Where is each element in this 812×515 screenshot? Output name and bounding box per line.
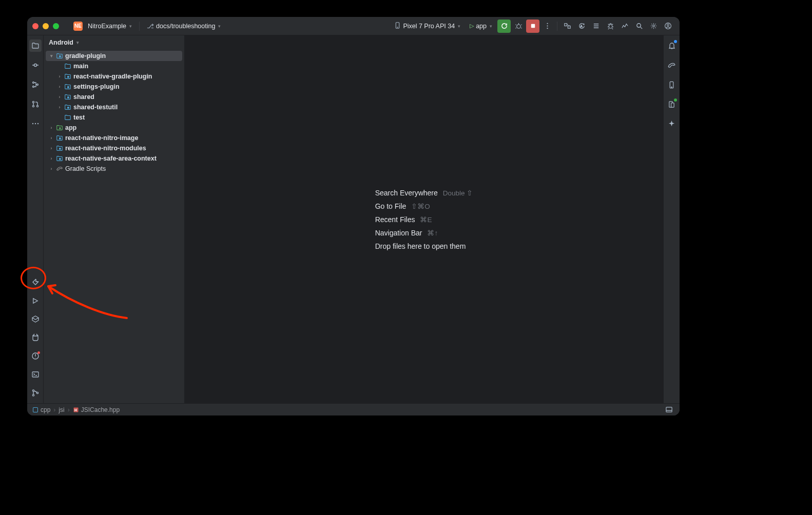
status-widgets-button[interactable] (663, 405, 674, 415)
welcome-panel: Search Everywhere Double ⇧ Go to File ⇧⌘… (375, 189, 473, 250)
run-config-selector[interactable]: ▷ app ▾ (466, 21, 496, 31)
more-actions-button[interactable] (540, 19, 554, 33)
welcome-drop-label: Drop files here to open them (375, 242, 466, 250)
module-folder-icon (64, 83, 71, 90)
tree-row[interactable]: › react-native-nitro-image (46, 133, 182, 143)
notifications-button[interactable] (666, 39, 678, 52)
chevron-right-icon: › (57, 94, 62, 100)
right-tool-rail (663, 35, 680, 403)
app-quality-tool-button[interactable] (29, 313, 42, 325)
gradle-tool-button[interactable] (666, 59, 678, 71)
tree-row[interactable]: › app (46, 123, 182, 133)
titlebar-right: A (560, 19, 674, 33)
svg-point-5 (547, 25, 548, 26)
svg-rect-30 (59, 55, 61, 57)
breadcrumb-label: jsi (59, 406, 64, 413)
breadcrumb-item[interactable]: cpp (32, 406, 50, 413)
svg-point-22 (32, 123, 33, 124)
stop-button[interactable] (526, 19, 539, 33)
ai-assistant-button[interactable] (666, 117, 678, 130)
tree-row-root[interactable]: ▾ gradle-plugin (46, 51, 182, 61)
welcome-shortcut-label: ⌘↑ (427, 229, 438, 237)
tree-row-gradle-scripts[interactable]: › Gradle Scripts (46, 164, 182, 174)
welcome-shortcut-label: ⇧⌘O (411, 202, 430, 210)
svg-point-23 (34, 123, 35, 124)
svg-rect-46 (666, 407, 671, 412)
tree-row[interactable]: › settings-plugin (46, 82, 182, 92)
tree-row[interactable]: › shared-testutil (46, 102, 182, 112)
updates-icon[interactable]: A (575, 19, 588, 33)
tree-label: settings-plugin (73, 83, 120, 90)
module-folder-icon (64, 73, 71, 80)
window-controls (32, 23, 59, 29)
terminal-tool-button[interactable] (29, 368, 42, 381)
tree-row[interactable]: › react-native-nitro-modules (46, 143, 182, 153)
breadcrumb-item[interactable]: jsi (59, 406, 64, 413)
chevron-down-icon: ▾ (218, 24, 221, 29)
chevron-right-icon: › (57, 84, 62, 89)
list-icon[interactable] (589, 19, 603, 33)
module-folder-icon (56, 134, 63, 142)
breadcrumb-item[interactable]: H JSICache.hpp (73, 406, 120, 413)
chevron-right-icon: › (57, 105, 62, 110)
search-icon[interactable] (632, 19, 646, 33)
tree-row[interactable]: › shared (46, 92, 182, 102)
editor-area[interactable]: Search Everywhere Double ⇧ Go to File ⇧⌘… (185, 35, 663, 403)
welcome-row-gotofile: Go to File ⇧⌘O (375, 202, 473, 210)
device-selector[interactable]: Pixel 7 Pro API 34 ▾ (390, 21, 465, 32)
running-devices-button[interactable] (666, 98, 678, 110)
bug-icon[interactable] (604, 19, 617, 33)
problems-tool-button[interactable] (29, 350, 42, 362)
svg-point-35 (59, 127, 61, 129)
git-branch-selector[interactable]: ⎇ docs/troubleshooting ▾ (143, 21, 225, 31)
settings-icon[interactable] (647, 19, 660, 33)
tree-label: gradle-plugin (65, 52, 106, 60)
pull-requests-tool-button[interactable] (29, 98, 42, 110)
module-folder-icon (64, 104, 71, 111)
structure-tool-button[interactable] (29, 78, 42, 91)
run-tool-button[interactable] (29, 294, 42, 307)
welcome-action-label: Recent Files (375, 215, 415, 224)
tree-row[interactable]: test (46, 112, 182, 123)
project-selector[interactable]: NE NitroExample ▾ (69, 20, 136, 32)
ide-window: NE NitroExample ▾ ⎇ docs/troubleshooting… (27, 17, 680, 415)
welcome-row-navbar: Navigation Bar ⌘↑ (375, 229, 473, 237)
tree-row[interactable]: › react-native-gradle-plugin (46, 71, 182, 82)
chevron-right-icon: › (57, 74, 62, 79)
maximize-window-button[interactable] (53, 23, 59, 29)
tree-label: react-native-safe-area-context (65, 155, 157, 162)
more-tools-button[interactable] (29, 117, 42, 130)
svg-rect-38 (59, 158, 61, 160)
device-manager-button[interactable] (666, 78, 678, 91)
minimize-window-button[interactable] (43, 23, 49, 29)
commit-tool-button[interactable] (29, 59, 42, 71)
account-icon[interactable] (661, 19, 674, 33)
version-control-tool-button[interactable] (29, 387, 42, 399)
chevron-right-icon: › (49, 166, 54, 171)
svg-point-17 (32, 86, 34, 88)
close-window-button[interactable] (32, 23, 38, 29)
notification-indicator-dot (674, 40, 677, 43)
chevron-down-icon: ▾ (490, 24, 492, 29)
chevron-right-icon: › (49, 146, 54, 151)
module-folder-icon (64, 93, 71, 101)
logcat-tool-button[interactable] (29, 331, 42, 344)
project-tree[interactable]: ▾ gradle-plugin main › react-native-grad… (44, 50, 184, 403)
tree-row[interactable]: main (46, 61, 182, 71)
code-with-me-icon[interactable] (560, 19, 574, 33)
debug-button[interactable] (512, 19, 525, 33)
chevron-right-icon: › (49, 125, 54, 130)
welcome-action-label: Go to File (375, 202, 407, 210)
svg-rect-3 (531, 24, 535, 28)
project-tool-button[interactable] (29, 39, 42, 52)
refresh-button[interactable] (497, 19, 511, 33)
project-view-selector[interactable]: Android ▾ (44, 35, 184, 50)
build-tool-button[interactable] (29, 276, 42, 288)
tree-row[interactable]: › react-native-safe-area-context (46, 153, 182, 164)
gradle-icon (56, 165, 63, 172)
svg-point-27 (32, 390, 34, 391)
profiler-icon[interactable] (618, 19, 631, 33)
chevron-right-icon: › (49, 135, 54, 141)
project-badge: NE (73, 22, 83, 31)
welcome-shortcut-label: ⌘E (420, 215, 432, 224)
